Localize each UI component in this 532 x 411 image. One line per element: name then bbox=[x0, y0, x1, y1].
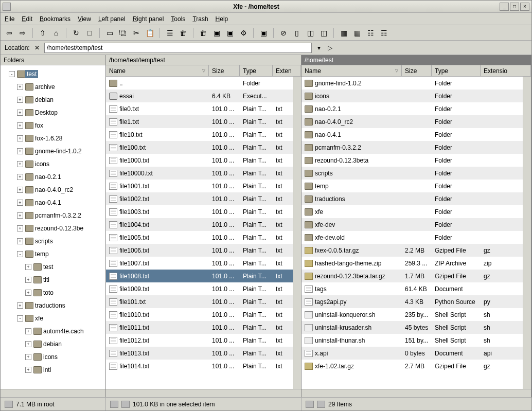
expander-icon[interactable]: + bbox=[17, 238, 23, 244]
expander-icon[interactable]: + bbox=[25, 354, 31, 360]
expander-icon[interactable]: + bbox=[17, 84, 23, 90]
right-vscroll[interactable] bbox=[523, 77, 531, 389]
view1-icon[interactable]: ▦ bbox=[351, 27, 363, 39]
col-type[interactable]: Type bbox=[432, 65, 481, 76]
panel4-icon[interactable]: ▥ bbox=[338, 27, 349, 39]
location-input[interactable] bbox=[44, 43, 312, 53]
table-row[interactable]: file1005.txt101.0 ...Plain T...txt bbox=[106, 231, 293, 244]
table-row[interactable]: essai6.4 KBExecut... bbox=[106, 90, 293, 102]
newfolder-icon[interactable]: ▭ bbox=[104, 27, 115, 39]
expander-icon[interactable]: - bbox=[9, 71, 15, 77]
expander-icon[interactable]: + bbox=[17, 225, 23, 231]
table-row[interactable]: file1011.txt101.0 ...Plain T...txt bbox=[106, 321, 293, 334]
tree-item[interactable]: -xfe bbox=[1, 312, 105, 325]
up-icon[interactable]: ⇧ bbox=[37, 27, 48, 39]
cut-icon[interactable]: ✂ bbox=[131, 27, 142, 39]
right-hscroll[interactable] bbox=[302, 389, 531, 397]
table-row[interactable]: file1004.txt101.0 ...Plain T...txt bbox=[106, 218, 293, 231]
expander-icon[interactable]: + bbox=[17, 200, 23, 206]
app3-icon[interactable]: ⚙ bbox=[238, 27, 249, 39]
refresh-icon[interactable]: ↻ bbox=[70, 27, 82, 39]
expander-icon[interactable]: + bbox=[17, 212, 23, 219]
menu-bookmarks[interactable]: Bookmarks bbox=[40, 15, 70, 23]
location-dropdown-icon[interactable]: ▾ bbox=[315, 44, 323, 52]
table-row[interactable]: x.api0 bytesDocumentapi bbox=[302, 347, 523, 360]
tree-item[interactable]: +nao-0.4.0_rc2 bbox=[1, 183, 105, 196]
table-row[interactable]: traductionsFolder bbox=[302, 192, 523, 205]
left-hscroll[interactable] bbox=[106, 389, 301, 397]
table-row[interactable]: uninstall-thunar.sh151 by...Shell Script… bbox=[302, 334, 523, 347]
tree-item[interactable]: +nao-0.2.1 bbox=[1, 170, 105, 183]
expander-icon[interactable]: + bbox=[17, 122, 23, 129]
tree-item[interactable]: +autom4te.cach bbox=[1, 325, 105, 337]
tree-item[interactable]: +nao-0.4.1 bbox=[1, 196, 105, 209]
tree-item[interactable]: +fox bbox=[1, 119, 105, 132]
expander-icon[interactable]: + bbox=[25, 290, 31, 296]
tree-item[interactable]: +gnome-find-1.0.2 bbox=[1, 145, 105, 157]
tree-item[interactable]: +debian bbox=[1, 337, 105, 350]
tree-item[interactable]: +test bbox=[1, 260, 105, 273]
expander-icon[interactable]: + bbox=[17, 187, 23, 193]
table-row[interactable]: file1006.txt101.0 ...Plain T...txt bbox=[106, 244, 293, 257]
minimize-button[interactable]: _ bbox=[500, 3, 509, 11]
folders-hscroll[interactable] bbox=[1, 389, 105, 397]
menu-edit[interactable]: Edit bbox=[22, 15, 32, 23]
col-size[interactable]: Size bbox=[209, 65, 240, 76]
tree-item[interactable]: +fox-1.6.28 bbox=[1, 132, 105, 145]
table-row[interactable]: file1008.txt101.0 ...Plain T...txt bbox=[106, 270, 293, 282]
table-row[interactable]: file1000.txt101.0 ...Plain T...txt bbox=[106, 154, 293, 167]
props-icon[interactable]: ☰ bbox=[164, 27, 175, 39]
copy-icon[interactable]: ⿻ bbox=[117, 27, 129, 39]
table-row[interactable]: scriptsFolder bbox=[302, 167, 523, 180]
tree-item[interactable]: +intl bbox=[1, 363, 105, 376]
expander-icon[interactable]: + bbox=[25, 264, 31, 270]
expander-icon[interactable]: + bbox=[25, 341, 31, 347]
col-ext[interactable]: Exten bbox=[273, 65, 301, 76]
expander-icon[interactable]: + bbox=[17, 148, 23, 154]
tree-item[interactable]: +archive bbox=[1, 80, 105, 93]
table-row[interactable]: file101.txt101.0 ...Plain T...txt bbox=[106, 295, 293, 308]
table-row[interactable]: tempFolder bbox=[302, 180, 523, 192]
table-row[interactable]: xfeFolder bbox=[302, 205, 523, 218]
tree-item[interactable]: -test bbox=[1, 67, 105, 80]
tree-item[interactable]: +Desktop bbox=[1, 106, 105, 119]
tree-item[interactable]: +toto bbox=[1, 286, 105, 299]
menu-view[interactable]: View bbox=[78, 15, 91, 23]
expander-icon[interactable]: - bbox=[17, 315, 23, 321]
table-row[interactable]: file1009.txt101.0 ...Plain T...txt bbox=[106, 282, 293, 295]
expander-icon[interactable]: + bbox=[17, 174, 23, 180]
view2-icon[interactable]: ☷ bbox=[365, 27, 376, 39]
tree-item[interactable]: +debian bbox=[1, 93, 105, 106]
table-row[interactable]: fxex-0.0.5.tar.gz2.2 MBGziped Filegz bbox=[302, 244, 523, 257]
table-row[interactable]: pcmanfm-0.3.2.2Folder bbox=[302, 141, 523, 154]
tree-item[interactable]: +rezound-0.12.3be bbox=[1, 222, 105, 235]
expander-icon[interactable]: + bbox=[17, 110, 23, 116]
table-row[interactable]: xfe-1.02.tar.gz2.7 MBGziped Filegz bbox=[302, 360, 523, 372]
table-row[interactable]: rezound-0.12.3betaFolder bbox=[302, 154, 523, 167]
paste-icon[interactable]: 📋 bbox=[144, 27, 155, 39]
app1-icon[interactable]: ▣ bbox=[211, 27, 222, 39]
table-row[interactable]: nao-0.4.0_rc2Folder bbox=[302, 115, 523, 128]
expander-icon[interactable]: + bbox=[25, 328, 31, 334]
trash1-icon[interactable]: 🗑 bbox=[178, 27, 189, 39]
col-type[interactable]: Type bbox=[240, 65, 273, 76]
tree-item[interactable]: +icons bbox=[1, 157, 105, 170]
table-row[interactable]: file1013.txt101.0 ...Plain T...txt bbox=[106, 347, 293, 360]
tree-item[interactable]: +pcmanfm-0.3.2.2 bbox=[1, 209, 105, 222]
table-row[interactable]: xfe-dev.oldFolder bbox=[302, 231, 523, 244]
table-row[interactable]: tags61.4 KBDocument bbox=[302, 282, 523, 295]
menu-trash[interactable]: Trash bbox=[192, 15, 208, 23]
menu-left-panel[interactable]: Left panel bbox=[98, 15, 126, 23]
right-filelist[interactable]: gnome-find-1.0.2FoldericonsFoldernao-0.2… bbox=[302, 77, 523, 389]
expander-icon[interactable]: + bbox=[17, 97, 23, 103]
trash2-icon[interactable]: 🗑 bbox=[198, 27, 209, 39]
home-icon[interactable]: ⌂ bbox=[50, 27, 62, 39]
table-row[interactable]: file1.txt101.0 ...Plain T...txt bbox=[106, 115, 293, 128]
expander-icon[interactable]: - bbox=[17, 251, 23, 257]
left-vscroll[interactable] bbox=[293, 77, 301, 389]
table-row[interactable]: hashed-tango-theme.zip259.3 ...ZIP Archi… bbox=[302, 257, 523, 270]
table-row[interactable]: file1001.txt101.0 ...Plain T...txt bbox=[106, 180, 293, 192]
col-name[interactable]: Name▽ bbox=[302, 65, 402, 76]
table-row[interactable]: file0.txt101.0 ...Plain T...txt bbox=[106, 102, 293, 115]
app4-icon[interactable]: ▣ bbox=[258, 27, 269, 39]
